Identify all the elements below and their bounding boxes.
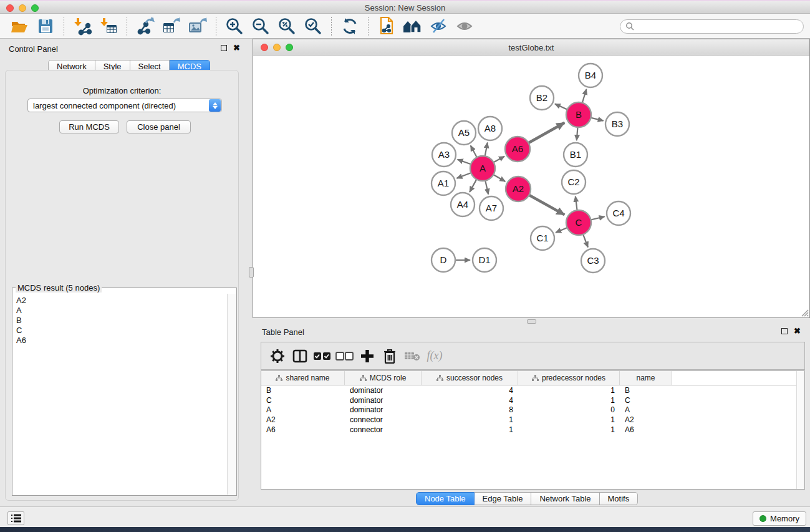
column-header-shared-name[interactable]: shared name bbox=[261, 371, 345, 385]
table-cell[interactable]: 8 bbox=[422, 405, 518, 414]
node-C4[interactable]: C4 bbox=[607, 201, 630, 225]
tab-node-table[interactable]: Node Table bbox=[416, 492, 475, 505]
table-cell[interactable]: A6 bbox=[261, 425, 345, 434]
node-D[interactable]: D bbox=[432, 248, 455, 272]
table-row[interactable]: A6connector11A6 bbox=[261, 425, 804, 435]
node-C2[interactable]: C2 bbox=[562, 170, 586, 194]
table-cell[interactable]: B bbox=[620, 386, 672, 395]
table-cell[interactable]: 1 bbox=[518, 415, 620, 424]
mcds-result-scrollbar[interactable] bbox=[227, 294, 236, 495]
table-panel-close-icon[interactable]: ✖ bbox=[794, 328, 801, 334]
criterion-dropdown[interactable]: largest connected component (directed) bbox=[27, 99, 222, 112]
hide-selected-icon[interactable] bbox=[428, 16, 450, 36]
node-A8[interactable]: A8 bbox=[478, 117, 502, 140]
table-cell[interactable]: dominator bbox=[345, 386, 422, 395]
export-network-icon[interactable] bbox=[134, 16, 157, 36]
select-all-rows-icon[interactable] bbox=[312, 347, 333, 365]
node-A7[interactable]: A7 bbox=[480, 196, 503, 220]
export-table-icon[interactable] bbox=[160, 16, 183, 36]
node-C3[interactable]: C3 bbox=[581, 249, 605, 273]
table-row[interactable]: Bdominator41B bbox=[261, 385, 804, 395]
column-header-predecessor-nodes[interactable]: predecessor nodes bbox=[518, 371, 620, 385]
control-panel-float-icon[interactable] bbox=[221, 45, 227, 51]
node-A6[interactable]: A6 bbox=[505, 137, 530, 162]
node-D1[interactable]: D1 bbox=[473, 248, 496, 272]
apply-function-icon[interactable]: f(x) bbox=[424, 347, 445, 365]
import-table-icon[interactable] bbox=[97, 16, 120, 36]
table-cell[interactable]: 4 bbox=[422, 396, 518, 405]
open-file-icon[interactable] bbox=[8, 16, 31, 36]
show-graphics-details-icon[interactable] bbox=[454, 16, 476, 36]
table-panel-float-icon[interactable] bbox=[781, 328, 788, 334]
node-A[interactable]: A bbox=[470, 156, 495, 181]
node-B4[interactable]: B4 bbox=[579, 64, 602, 87]
node-B2[interactable]: B2 bbox=[530, 86, 554, 110]
memory-button[interactable]: Memory bbox=[753, 511, 806, 526]
mcds-result-list[interactable]: A2ABCA6 bbox=[13, 294, 227, 495]
table-cell[interactable]: 1 bbox=[422, 425, 518, 434]
deselect-all-rows-icon[interactable] bbox=[334, 347, 355, 365]
network-canvas[interactable]: AA1A3A5A8A4A7A6A2BB2B4B3B1CC2C4C1C3DD1 bbox=[253, 56, 809, 317]
mcds-result-item[interactable]: C bbox=[16, 326, 227, 336]
table-row[interactable]: Cdominator41C bbox=[261, 395, 804, 405]
task-history-button[interactable] bbox=[7, 511, 24, 525]
zoom-selected-icon[interactable] bbox=[302, 16, 324, 36]
window-resize-grip[interactable] bbox=[800, 308, 809, 317]
table-cell[interactable]: C bbox=[620, 396, 672, 405]
table-cell[interactable]: A bbox=[620, 405, 672, 414]
table-cell[interactable]: 1 bbox=[422, 415, 518, 424]
column-header-successor-nodes[interactable]: successor nodes bbox=[422, 371, 518, 385]
mcds-result-item[interactable]: B bbox=[16, 316, 227, 326]
table-cell[interactable]: 4 bbox=[422, 386, 518, 395]
table-cell[interactable]: 1 bbox=[518, 386, 620, 395]
clone-network-icon[interactable] bbox=[375, 16, 398, 36]
table-cell[interactable]: 1 bbox=[518, 396, 620, 405]
horizontal-splitter-handle[interactable] bbox=[527, 319, 536, 324]
mcds-result-item[interactable]: A2 bbox=[16, 296, 227, 306]
table-scrollbar[interactable] bbox=[796, 371, 804, 489]
node-B3[interactable]: B3 bbox=[605, 112, 629, 136]
table-cell[interactable]: A6 bbox=[620, 425, 672, 434]
table-cell[interactable]: A2 bbox=[620, 415, 672, 424]
export-image-icon[interactable] bbox=[186, 16, 209, 36]
table-cell[interactable]: connector bbox=[345, 425, 422, 434]
refresh-layout-icon[interactable] bbox=[339, 16, 361, 36]
table-cell[interactable]: A bbox=[261, 405, 345, 414]
table-row[interactable]: A2connector11A2 bbox=[261, 415, 804, 425]
node-C[interactable]: C bbox=[566, 210, 591, 235]
control-panel-close-icon[interactable]: ✖ bbox=[233, 45, 240, 51]
network-window-titlebar[interactable]: testGlobe.txt bbox=[253, 39, 809, 56]
add-column-icon[interactable] bbox=[357, 347, 378, 365]
node-A4[interactable]: A4 bbox=[451, 193, 475, 216]
zoom-fit-icon[interactable] bbox=[276, 16, 298, 36]
node-B1[interactable]: B1 bbox=[564, 143, 587, 167]
tab-edge-table[interactable]: Edge Table bbox=[475, 492, 532, 505]
network-graph[interactable]: AA1A3A5A8A4A7A6A2BB2B4B3B1CC2C4C1C3DD1 bbox=[253, 56, 809, 317]
tab-motifs[interactable]: Motifs bbox=[600, 492, 639, 505]
table-cell[interactable]: C bbox=[261, 396, 345, 405]
first-neighbors-icon[interactable] bbox=[402, 16, 424, 36]
table-row[interactable]: Adominator80A bbox=[261, 405, 804, 415]
table-cell[interactable]: dominator bbox=[345, 405, 422, 414]
tab-network-table[interactable]: Network Table bbox=[531, 492, 599, 505]
table-cell[interactable]: dominator bbox=[345, 396, 422, 405]
mcds-result-item[interactable]: A6 bbox=[16, 336, 227, 346]
node-A3[interactable]: A3 bbox=[432, 143, 456, 167]
vertical-splitter-handle[interactable] bbox=[249, 267, 254, 278]
node-C1[interactable]: C1 bbox=[531, 226, 554, 250]
delete-table-icon[interactable] bbox=[402, 347, 423, 365]
node-A5[interactable]: A5 bbox=[452, 121, 476, 145]
table-cell[interactable]: connector bbox=[345, 415, 422, 424]
table-cell[interactable]: B bbox=[261, 386, 345, 395]
zoom-out-icon[interactable] bbox=[249, 16, 272, 36]
table-cell[interactable]: 1 bbox=[518, 425, 620, 434]
table-cell[interactable]: 0 bbox=[518, 405, 620, 414]
column-header-name[interactable]: name bbox=[620, 371, 672, 385]
zoom-in-icon[interactable] bbox=[223, 16, 246, 36]
table-cell[interactable]: A2 bbox=[261, 415, 345, 424]
mcds-result-item[interactable]: A bbox=[16, 306, 227, 316]
delete-columns-icon[interactable] bbox=[379, 347, 400, 365]
column-header-MCDS-role[interactable]: MCDS role bbox=[345, 371, 422, 385]
save-session-icon[interactable] bbox=[34, 16, 57, 36]
search-field[interactable] bbox=[620, 19, 804, 34]
